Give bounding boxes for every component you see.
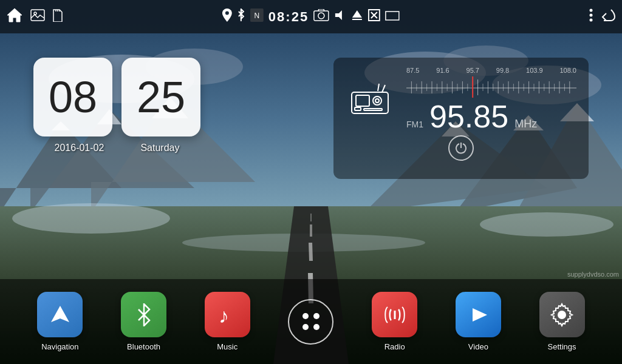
bluetooth-icon <box>237 8 245 25</box>
clock-date: 2016-01-02 <box>55 143 104 153</box>
radio-ticks-svg <box>406 76 576 98</box>
svg-point-20 <box>480 212 613 237</box>
radio-fm-info: FM1 95.85 MHz <box>406 101 576 132</box>
radio-icon-area <box>346 67 394 132</box>
settings-app-label: Settings <box>548 342 576 351</box>
svg-point-47 <box>590 14 593 17</box>
scale-2: 91.6 <box>436 67 449 74</box>
scale-3: 95.7 <box>466 67 479 74</box>
svg-point-51 <box>373 96 381 105</box>
radio-app-icon[interactable] <box>372 292 417 337</box>
status-bar-center: N 08:25 <box>222 8 400 25</box>
svg-rect-28 <box>31 10 44 21</box>
svg-marker-24 <box>309 243 313 261</box>
time-display: 08:25 <box>268 9 309 25</box>
app-video[interactable]: Video <box>456 292 501 351</box>
sd-card-icon[interactable] <box>52 8 63 25</box>
svg-point-46 <box>590 9 593 12</box>
video-app-label: Video <box>468 342 488 351</box>
svg-line-53 <box>382 85 385 92</box>
scale-1: 87.5 <box>406 67 419 74</box>
clock-widget: 08 25 2016-01-02 Saturday <box>33 58 200 153</box>
status-bar-left <box>6 7 63 26</box>
svg-text:♪: ♪ <box>219 304 229 326</box>
radio-app-label: Radio <box>384 342 405 351</box>
radio-bar <box>406 76 576 98</box>
svg-point-38 <box>318 13 324 19</box>
app-bluetooth[interactable]: Bluetooth <box>121 292 166 351</box>
volume-icon[interactable] <box>334 9 346 24</box>
svg-marker-91 <box>51 306 69 322</box>
svg-marker-26 <box>310 214 312 221</box>
svg-point-19 <box>12 203 170 234</box>
svg-rect-56 <box>364 109 382 110</box>
clock-hours-tile: 08 <box>33 58 112 136</box>
svg-marker-27 <box>7 8 22 22</box>
image-icon[interactable] <box>30 9 45 24</box>
app-dot-3 <box>302 324 309 330</box>
watermark: supplydvdso.com <box>564 269 622 279</box>
signal-icon: N <box>250 8 264 25</box>
svg-line-54 <box>378 84 379 91</box>
svg-point-52 <box>375 99 379 103</box>
app-navigation[interactable]: Navigation <box>37 292 83 351</box>
music-app-label: Music <box>217 342 238 351</box>
svg-marker-40 <box>352 10 362 18</box>
eject-icon[interactable] <box>351 9 363 24</box>
app-dot-2 <box>313 313 320 319</box>
svg-text:N: N <box>255 12 260 20</box>
clock-tiles: 08 25 <box>33 58 200 136</box>
app-radio[interactable]: Radio <box>372 292 417 351</box>
clock-hours: 08 <box>49 72 97 122</box>
scale-6: 108.0 <box>559 67 576 74</box>
app-dock: Navigation Bluetooth ♪ Music <box>0 279 622 364</box>
location-icon <box>222 8 232 25</box>
clock-day: Saturday <box>140 143 179 153</box>
app-settings[interactable]: Settings <box>539 292 585 351</box>
svg-rect-45 <box>386 12 399 20</box>
navigation-app-icon[interactable] <box>37 292 83 337</box>
home-icon[interactable] <box>6 7 23 26</box>
radio-freq-area: 87.5 91.6 95.7 99.8 103.9 108.0 <box>406 67 576 132</box>
status-bar: N 08:25 <box>0 0 622 33</box>
radio-widget: 87.5 91.6 95.7 99.8 103.9 108.0 <box>333 58 589 179</box>
clock-minutes-tile: 25 <box>121 58 200 136</box>
radio-top: 87.5 91.6 95.7 99.8 103.9 108.0 <box>346 67 576 132</box>
menu-icon[interactable] <box>589 8 593 25</box>
bluetooth-app-label: Bluetooth <box>127 342 160 351</box>
scale-4: 99.8 <box>496 67 509 74</box>
radio-power-button[interactable] <box>448 135 474 161</box>
svg-point-48 <box>590 19 593 22</box>
navigation-app-label: Navigation <box>41 342 78 351</box>
app-dot-1 <box>302 313 309 319</box>
svg-point-33 <box>225 12 229 15</box>
rect-icon[interactable] <box>385 10 400 24</box>
video-app-icon[interactable] <box>456 292 501 337</box>
radio-power-area <box>346 135 576 161</box>
radio-band-label: FM1 <box>406 120 423 129</box>
svg-rect-50 <box>356 95 369 106</box>
radio-frequency-display: 95.85 <box>429 101 508 132</box>
music-app-icon[interactable]: ♪ <box>205 292 250 337</box>
app-music[interactable]: ♪ Music <box>205 292 250 351</box>
radio-device-icon <box>349 83 391 116</box>
clock-minutes: 25 <box>137 72 185 122</box>
svg-rect-41 <box>352 19 362 20</box>
radio-unit: MHz <box>514 118 537 130</box>
close-icon[interactable] <box>368 9 380 24</box>
apps-grid-button[interactable] <box>288 299 333 345</box>
scale-5: 103.9 <box>526 67 543 74</box>
svg-marker-25 <box>310 224 312 237</box>
app-dot-4 <box>313 324 320 330</box>
clock-info: 2016-01-02 Saturday <box>55 143 180 153</box>
svg-rect-55 <box>355 107 361 110</box>
svg-marker-39 <box>335 10 342 20</box>
svg-marker-93 <box>473 308 487 322</box>
settings-app-icon[interactable] <box>539 292 585 337</box>
apps-dots <box>302 313 320 330</box>
bluetooth-app-icon[interactable] <box>121 292 166 337</box>
back-icon[interactable] <box>599 8 616 25</box>
radio-scale: 87.5 91.6 95.7 99.8 103.9 108.0 <box>406 67 576 74</box>
app-center-button[interactable] <box>288 299 333 345</box>
camera-icon[interactable] <box>313 9 329 24</box>
